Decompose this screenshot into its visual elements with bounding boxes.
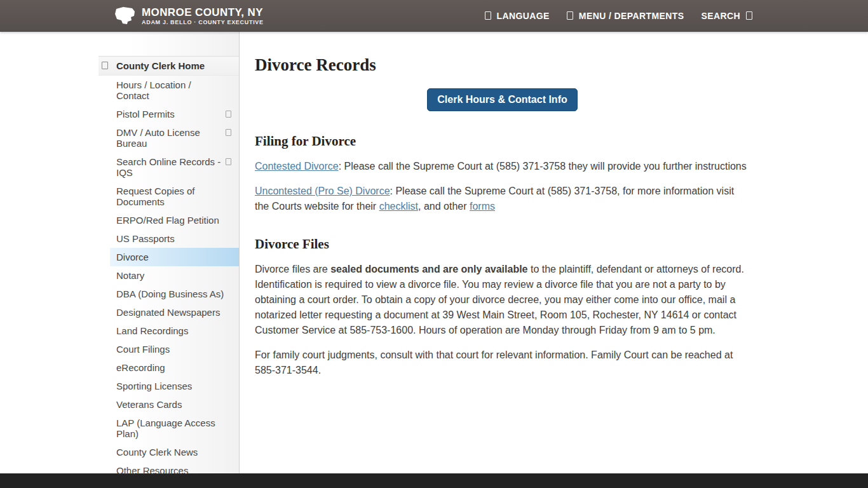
divorce-files-heading: Divorce Files bbox=[255, 236, 750, 252]
bold-text: sealed documents and are only available bbox=[330, 264, 527, 274]
sidebar-item-label: Other Resources bbox=[116, 465, 188, 476]
sidebar-item-veterans-cards: Veterans Cards bbox=[98, 395, 239, 414]
sidebar-item-label: County Clerk Home bbox=[116, 60, 205, 71]
sidebar-item-county-clerk-news: County Clerk News bbox=[98, 443, 239, 461]
sidebar-item-label: Pistol Permits bbox=[116, 109, 175, 119]
forms-link[interactable]: forms bbox=[470, 201, 495, 212]
sidebar-link-erpo-red-flag-petition[interactable]: ERPO/Red Flag Petition bbox=[98, 211, 239, 229]
menu-departments-icon bbox=[567, 11, 573, 20]
sidebar-item-label: LAP (Language Access Plan) bbox=[116, 417, 215, 439]
sidebar-item-land-recordings: Land Recordings bbox=[98, 322, 239, 340]
sidebar-item-pistol-permits: Pistol Permits bbox=[98, 105, 239, 123]
top-nav-label: SEARCH bbox=[701, 11, 740, 21]
sidebar-link-hours-location-contact[interactable]: Hours / Location / Contact bbox=[98, 76, 239, 105]
sidebar-item-dba-doing-business-as: DBA (Doing Business As) bbox=[98, 285, 239, 303]
sidebar-item-sporting-licenses: Sporting Licenses bbox=[98, 377, 239, 395]
expand-icon[interactable] bbox=[226, 158, 231, 165]
sidebar-item-lap-language-access-plan: LAP (Language Access Plan) bbox=[98, 414, 239, 443]
sidebar-item-erecording: eRecording bbox=[98, 358, 239, 377]
sidebar-link-us-passports[interactable]: US Passports bbox=[98, 229, 239, 248]
sidebar-item-other-resources: Other Resources bbox=[98, 461, 239, 480]
sidebar-item-label: Veterans Cards bbox=[116, 399, 182, 410]
uncontested-pro-se-divorce-link[interactable]: Uncontested (Pro Se) Divorce bbox=[255, 186, 390, 196]
sidebar-item-dmv-auto-license-bureau: DMV / Auto License Bureau bbox=[98, 123, 239, 152]
top-nav-menu-departments[interactable]: MENU / DEPARTMENTS bbox=[567, 11, 684, 21]
sidebar-link-dba-doing-business-as[interactable]: DBA (Doing Business As) bbox=[98, 285, 239, 303]
search-icon bbox=[746, 11, 752, 20]
text-run: : Please call the Supreme Court at (585)… bbox=[339, 161, 747, 172]
expand-icon[interactable] bbox=[226, 111, 231, 118]
sidebar: County Clerk HomeHours / Location / Cont… bbox=[0, 32, 240, 473]
sidebar-list: County Clerk HomeHours / Location / Cont… bbox=[98, 56, 239, 480]
top-nav-language[interactable]: LANGUAGE bbox=[485, 11, 550, 21]
sidebar-link-sporting-licenses[interactable]: Sporting Licenses bbox=[98, 377, 239, 395]
uncontested-divorce-paragraph: Uncontested (Pro Se) Divorce: Please cal… bbox=[255, 184, 750, 214]
sidebar-link-pistol-permits[interactable]: Pistol Permits bbox=[98, 105, 239, 123]
sidebar-item-label: eRecording bbox=[116, 362, 165, 373]
page-body: County Clerk HomeHours / Location / Cont… bbox=[0, 32, 868, 473]
sidebar-item-label: Sporting Licenses bbox=[116, 381, 192, 391]
sidebar-item-us-passports: US Passports bbox=[98, 229, 239, 248]
page-title: Divorce Records bbox=[255, 55, 750, 75]
sidebar-link-land-recordings[interactable]: Land Recordings bbox=[98, 322, 239, 340]
sidebar-item-label: Request Copies of Documents bbox=[116, 186, 194, 207]
main-content: Divorce Records Clerk Hours & Contact In… bbox=[240, 32, 868, 473]
brand-text: MONROE COUNTY, NY ADAM J. BELLO · COUNTY… bbox=[142, 6, 264, 25]
sidebar-link-request-copies-of-documents[interactable]: Request Copies of Documents bbox=[98, 182, 239, 211]
sidebar-link-county-clerk-news[interactable]: County Clerk News bbox=[98, 443, 239, 461]
sidebar-item-label: US Passports bbox=[116, 233, 175, 244]
sidebar-link-other-resources[interactable]: Other Resources bbox=[98, 461, 239, 480]
sidebar-item-label: ERPO/Red Flag Petition bbox=[116, 215, 219, 226]
sidebar-nav: County Clerk HomeHours / Location / Cont… bbox=[98, 56, 239, 480]
top-nav-search[interactable]: SEARCH bbox=[701, 11, 752, 21]
sidebar-item-label: Designated Newspapers bbox=[116, 307, 220, 318]
site-header: MONROE COUNTY, NY ADAM J. BELLO · COUNTY… bbox=[0, 0, 868, 32]
sidebar-link-county-clerk-home[interactable]: County Clerk Home bbox=[98, 56, 239, 76]
sidebar-item-notary: Notary bbox=[98, 266, 239, 285]
sidebar-item-county-clerk-home: County Clerk Home bbox=[98, 56, 239, 76]
sidebar-item-label: DBA (Doing Business As) bbox=[116, 288, 224, 299]
sidebar-link-veterans-cards[interactable]: Veterans Cards bbox=[98, 395, 239, 414]
top-nav-label: MENU / DEPARTMENTS bbox=[579, 11, 684, 21]
sidebar-link-search-online-records-iqs[interactable]: Search Online Records - IQS bbox=[98, 152, 239, 182]
contested-divorce-link[interactable]: Contested Divorce bbox=[255, 161, 339, 172]
sidebar-item-hours-location-contact: Hours / Location / Contact bbox=[98, 76, 239, 105]
contested-divorce-paragraph: Contested Divorce: Please call the Supre… bbox=[255, 159, 750, 174]
county-logo-icon bbox=[114, 6, 135, 25]
sidebar-item-search-online-records-iqs: Search Online Records - IQS bbox=[98, 152, 239, 182]
site-title: MONROE COUNTY, NY bbox=[142, 6, 264, 18]
text-run: , and other bbox=[418, 201, 470, 212]
sidebar-item-label: DMV / Auto License Bureau bbox=[116, 127, 200, 149]
sidebar-item-designated-newspapers: Designated Newspapers bbox=[98, 303, 239, 322]
sidebar-link-dmv-auto-license-bureau[interactable]: DMV / Auto License Bureau bbox=[98, 123, 239, 152]
site-subtitle: ADAM J. BELLO · COUNTY EXECUTIVE bbox=[142, 19, 264, 25]
sidebar-item-label: Land Recordings bbox=[116, 325, 188, 336]
sidebar-link-lap-language-access-plan[interactable]: LAP (Language Access Plan) bbox=[98, 414, 239, 443]
home-icon bbox=[102, 62, 108, 69]
divorce-files-paragraph: Divorce files are sealed documents and a… bbox=[255, 262, 750, 338]
text-run: For family court judgments, consult with… bbox=[255, 349, 733, 376]
text-run: Divorce files are bbox=[255, 264, 330, 274]
sidebar-item-label: Notary bbox=[116, 270, 144, 281]
clerk-hours-contact-button[interactable]: Clerk Hours & Contact Info bbox=[427, 88, 577, 111]
top-nav: LANGUAGEMENU / DEPARTMENTSSEARCH bbox=[485, 11, 752, 21]
sidebar-link-divorce[interactable]: Divorce bbox=[110, 248, 239, 266]
sidebar-item-court-filings: Court Filings bbox=[98, 340, 239, 358]
sidebar-link-court-filings[interactable]: Court Filings bbox=[98, 340, 239, 358]
family-court-paragraph: For family court judgments, consult with… bbox=[255, 348, 750, 378]
site-brand[interactable]: MONROE COUNTY, NY ADAM J. BELLO · COUNTY… bbox=[114, 6, 264, 25]
sidebar-item-label: Court Filings bbox=[116, 344, 170, 355]
top-nav-label: LANGUAGE bbox=[497, 11, 550, 21]
sidebar-link-designated-newspapers[interactable]: Designated Newspapers bbox=[98, 303, 239, 322]
sidebar-item-erpo-red-flag-petition: ERPO/Red Flag Petition bbox=[98, 211, 239, 229]
sidebar-link-erecording[interactable]: eRecording bbox=[98, 358, 239, 377]
button-row: Clerk Hours & Contact Info bbox=[255, 88, 750, 111]
language-icon bbox=[485, 11, 491, 20]
sidebar-item-label: Search Online Records - IQS bbox=[116, 156, 220, 178]
expand-icon[interactable] bbox=[226, 129, 231, 136]
sidebar-item-label: Divorce bbox=[116, 252, 149, 262]
sidebar-item-request-copies-of-documents: Request Copies of Documents bbox=[98, 182, 239, 211]
filing-for-divorce-heading: Filing for Divorce bbox=[255, 133, 750, 149]
sidebar-link-notary[interactable]: Notary bbox=[98, 266, 239, 285]
checklist-link[interactable]: checklist bbox=[379, 201, 418, 212]
